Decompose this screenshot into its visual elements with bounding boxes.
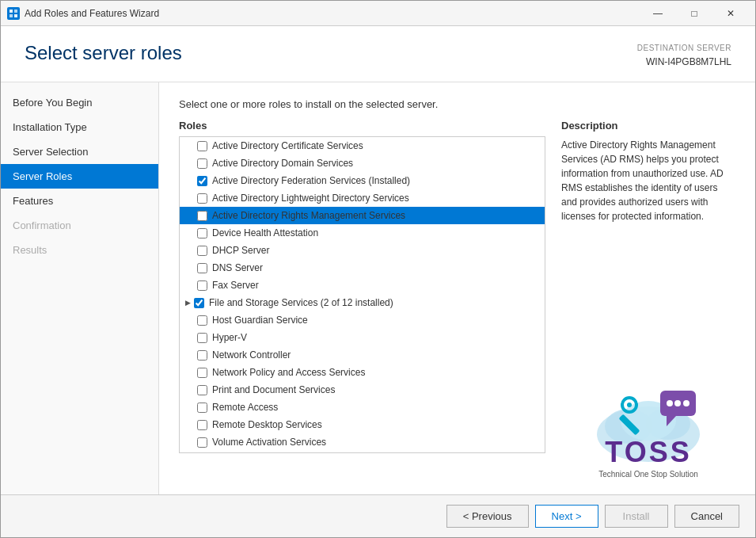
roles-section: Roles Active Directory Certificate Servi… — [179, 120, 545, 479]
role-item-remote-access[interactable]: Remote Access — [180, 399, 545, 416]
sidebar-item-server-roles[interactable]: Server Roles — [1, 164, 158, 189]
expander-icon[interactable]: ▶ — [181, 296, 194, 309]
roles-list-container: Active Directory Certificate ServicesAct… — [179, 136, 545, 453]
role-item-host-guardian[interactable]: Host Guardian Service — [180, 311, 545, 329]
main-row: Roles Active Directory Certificate Servi… — [179, 120, 735, 479]
role-label-remote-access: Remote Access — [212, 402, 278, 413]
sidebar-item-before-you-begin[interactable]: Before You Begin — [1, 90, 158, 115]
role-label-ad-lightweight: Active Directory Lightweight Directory S… — [212, 193, 409, 204]
role-checkbox-volume-activation[interactable] — [197, 437, 207, 448]
destination-label: DESTINATION SERVER — [637, 42, 731, 55]
main-window: Add Roles and Features Wizard — □ ✕ Sele… — [0, 0, 756, 538]
role-checkbox-dns[interactable] — [197, 263, 207, 273]
role-item-ad-rights[interactable]: Active Directory Rights Management Servi… — [180, 207, 545, 224]
role-item-ad-cert[interactable]: Active Directory Certificate Services — [180, 137, 545, 155]
role-checkbox-ad-rights[interactable] — [197, 211, 207, 221]
role-label-file-storage: File and Storage Services (2 of 12 insta… — [209, 297, 393, 308]
role-label-device-health: Device Health Attestation — [212, 227, 318, 238]
role-checkbox-file-storage[interactable] — [194, 298, 204, 308]
role-item-ad-domain[interactable]: Active Directory Domain Services — [180, 155, 545, 172]
cancel-button[interactable]: Cancel — [674, 505, 739, 528]
window-title: Add Roles and Features Wizard — [25, 8, 640, 19]
role-checkbox-network-policy[interactable] — [197, 368, 207, 378]
role-label-remote-desktop: Remote Desktop Services — [212, 419, 322, 430]
sidebar-item-server-selection[interactable]: Server Selection — [1, 139, 158, 164]
role-item-network-policy[interactable]: Network Policy and Access Services — [180, 364, 545, 381]
sidebar-item-installation-type[interactable]: Installation Type — [1, 115, 158, 139]
svg-point-14 — [674, 400, 681, 406]
previous-button[interactable]: < Previous — [446, 505, 529, 528]
title-bar: Add Roles and Features Wizard — □ ✕ — [1, 1, 755, 26]
role-checkbox-hyper-v[interactable] — [197, 333, 207, 343]
role-item-dhcp[interactable]: DHCP Server — [180, 242, 545, 259]
role-item-print-doc[interactable]: Print and Document Services — [180, 381, 545, 399]
install-button[interactable]: Install — [605, 505, 668, 528]
role-label-ad-cert: Active Directory Certificate Services — [212, 140, 363, 151]
sidebar-item-features[interactable]: Features — [1, 189, 158, 213]
next-button[interactable]: Next > — [535, 505, 598, 528]
server-name: WIN-I4PGB8M7LHL — [637, 55, 731, 70]
sidebar-item-confirmation: Confirmation — [1, 213, 158, 238]
maximize-button[interactable]: □ — [676, 1, 712, 26]
role-checkbox-ad-domain[interactable] — [197, 158, 207, 169]
role-checkbox-print-doc[interactable] — [197, 385, 207, 395]
role-item-remote-desktop[interactable]: Remote Desktop Services — [180, 416, 545, 433]
role-label-dns: DNS Server — [212, 262, 263, 273]
role-checkbox-host-guardian[interactable] — [197, 315, 207, 326]
app-icon — [7, 7, 20, 20]
role-label-dhcp: DHCP Server — [212, 245, 269, 256]
role-label-network-policy: Network Policy and Access Services — [212, 367, 365, 378]
role-item-ad-lightweight[interactable]: Active Directory Lightweight Directory S… — [180, 189, 545, 207]
svg-rect-1 — [14, 10, 17, 13]
roles-label: Roles — [179, 120, 545, 132]
role-checkbox-fax[interactable] — [197, 280, 207, 291]
role-checkbox-device-health[interactable] — [197, 228, 207, 238]
role-label-network-controller: Network Controller — [212, 349, 291, 361]
destination-server-info: DESTINATION SERVER WIN-I4PGB8M7LHL — [637, 42, 731, 70]
role-label-print-doc: Print and Document Services — [212, 384, 335, 395]
main-description: Select one or more roles to install on t… — [179, 98, 735, 110]
page-header: Select server roles DESTINATION SERVER W… — [1, 26, 755, 82]
svg-point-13 — [667, 400, 673, 406]
window-controls: — □ ✕ — [640, 1, 749, 26]
role-label-host-guardian: Host Guardian Service — [212, 315, 308, 326]
role-label-ad-domain: Active Directory Domain Services — [212, 158, 353, 169]
role-checkbox-remote-access[interactable] — [197, 403, 207, 413]
role-item-fax[interactable]: Fax Server — [180, 277, 545, 294]
role-checkbox-remote-desktop[interactable] — [197, 420, 207, 430]
role-item-dns[interactable]: DNS Server — [180, 259, 545, 277]
role-checkbox-ad-federation[interactable] — [197, 176, 207, 186]
role-item-network-controller[interactable]: Network Controller — [180, 346, 545, 364]
role-checkbox-ad-cert[interactable] — [197, 141, 207, 151]
close-button[interactable]: ✕ — [712, 1, 749, 26]
content-area: Before You BeginInstallation TypeServer … — [1, 82, 755, 494]
description-title: Description — [561, 120, 735, 132]
svg-point-10 — [627, 403, 632, 407]
role-item-ad-federation[interactable]: Active Directory Federation Services (In… — [180, 172, 545, 189]
toss-graphic: TOSS — [577, 375, 720, 470]
role-item-web-server[interactable]: ▶Web Server (IIS) (18 of 43 installed) — [180, 451, 545, 452]
role-item-file-storage[interactable]: ▶File and Storage Services (2 of 12 inst… — [180, 294, 545, 311]
sidebar: Before You BeginInstallation TypeServer … — [1, 82, 159, 494]
footer: < Previous Next > Install Cancel — [1, 494, 755, 537]
role-item-volume-activation[interactable]: Volume Activation Services — [180, 433, 545, 451]
role-label-ad-rights: Active Directory Rights Management Servi… — [212, 210, 405, 221]
role-item-hyper-v[interactable]: Hyper-V — [180, 329, 545, 346]
role-label-ad-federation: Active Directory Federation Services (In… — [212, 175, 410, 186]
minimize-button[interactable]: — — [640, 1, 676, 26]
role-label-fax: Fax Server — [212, 280, 259, 291]
description-text: Active Directory Rights Management Servi… — [561, 138, 735, 223]
role-item-device-health[interactable]: Device Health Attestation — [180, 224, 545, 242]
svg-rect-2 — [9, 14, 13, 17]
svg-text:TOSS: TOSS — [605, 436, 691, 468]
role-checkbox-ad-lightweight[interactable] — [197, 193, 207, 204]
description-panel: Description Active Directory Rights Mana… — [545, 120, 735, 479]
svg-rect-0 — [9, 10, 13, 13]
role-checkbox-network-controller[interactable] — [197, 350, 207, 361]
svg-rect-3 — [14, 14, 17, 17]
svg-point-15 — [683, 400, 690, 406]
roles-list[interactable]: Active Directory Certificate ServicesAct… — [180, 137, 545, 452]
page-title: Select server roles — [25, 42, 182, 64]
role-label-hyper-v: Hyper-V — [212, 332, 247, 343]
role-checkbox-dhcp[interactable] — [197, 246, 207, 256]
